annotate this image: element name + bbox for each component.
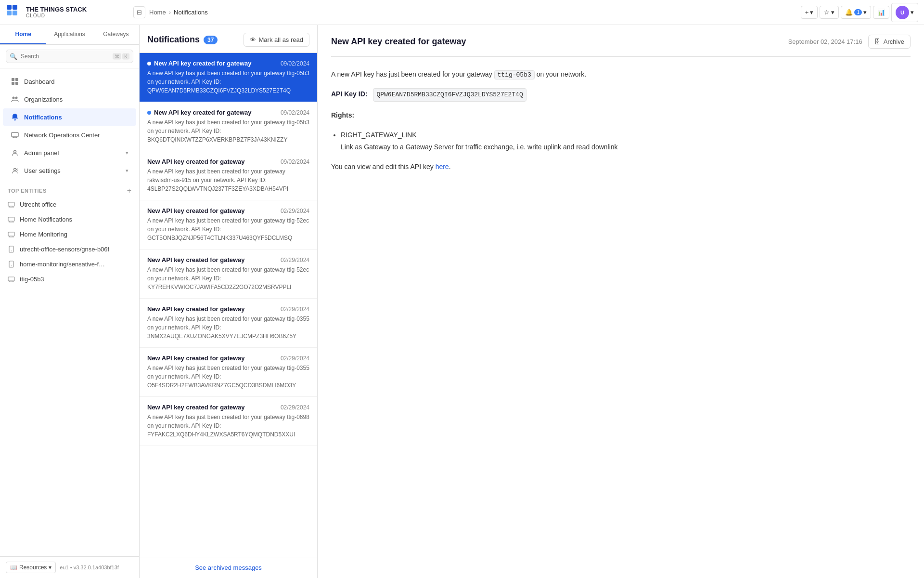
notification-item-7[interactable]: New API key created for gateway 02/29/20… [140,348,317,397]
here-link[interactable]: here [436,163,449,171]
mark-all-read-button[interactable]: 👁 Mark all as read [244,33,309,47]
resources-label: Resources [19,564,47,571]
user-chevron-icon: ▾ [911,9,914,16]
notifications-list: New API key created for gateway 09/02/20… [140,53,317,557]
logo-text: THE THINGS STACK CLOUD [26,6,87,19]
gateway-icon-2 [8,216,15,223]
add-entity-button[interactable]: + [127,186,131,195]
notif-date-8: 02/29/2024 [281,404,309,411]
tab-gateways[interactable]: Gateways [93,25,139,44]
notif-title-2: New API key created for gateway [154,109,252,116]
notification-item-5[interactable]: New API key created for gateway 02/29/20… [140,250,317,299]
notif-title-4: New API key created for gateway [147,207,245,214]
notif-body-2: A new API key has just been created for … [147,118,309,144]
notifications-header: Notifications 37 👁 Mark all as read [140,25,317,53]
notif-title-5: New API key created for gateway [147,256,245,263]
entity-ttig[interactable]: ttig-05b3 [0,272,139,287]
notif-date-6: 02/29/2024 [281,306,309,313]
content-area: Notifications 37 👁 Mark all as read New … [140,25,924,578]
notif-body-7: A new API key has just been created for … [147,364,309,390]
console-button[interactable]: 📊 [873,6,889,19]
dashboard-icon [11,77,19,86]
right-1-desc: Link as Gateway to a Gateway Server for … [341,143,618,151]
view-edit-label: You can view and edit this API key [331,163,434,171]
notifications-nav-icon [11,113,19,121]
entity-utrecht-sensors[interactable]: utrecht-office-sensors/gnse-b06f [0,242,139,257]
archive-button[interactable]: 🗄 Archive [868,35,911,49]
sidebar-item-dashboard[interactable]: Dashboard [3,73,136,90]
notification-item-2[interactable]: New API key created for gateway 09/02/20… [140,102,317,151]
organizations-icon [11,95,19,104]
notification-item-8[interactable]: New API key created for gateway 02/29/20… [140,397,317,446]
notif-body-3: A new API key has just been created for … [147,167,309,193]
notification-item-3[interactable]: New API key created for gateway 09/02/20… [140,151,317,200]
resources-button[interactable]: 📖 Resources ▾ [6,562,56,573]
entity-home-notifications[interactable]: Home Notifications [0,212,139,227]
tab-home[interactable]: Home [0,25,46,44]
star-icon: ☆ [824,9,830,16]
resources-chevron-icon: ▾ [49,564,51,571]
notification-item-4[interactable]: New API key created for gateway 02/29/20… [140,200,317,250]
breadcrumb-current: Notifications [174,9,208,16]
user-settings-icon [11,166,19,175]
entity-utrecht-office[interactable]: Utrecht office [0,197,139,212]
sidebar-item-dashboard-label: Dashboard [24,78,128,85]
notif-date-2: 09/02/2024 [281,109,309,116]
notifications-title: Notifications 37 [147,35,218,45]
breadcrumb-home[interactable]: Home [149,9,166,16]
svg-rect-14 [8,202,14,206]
gateway-icon-1 [8,201,15,208]
bookmarks-chevron-icon: ▾ [831,9,834,16]
sidebar-footer: 📖 Resources ▾ eu1 • v3.32.0.1a403bf13f [0,556,139,578]
noc-icon [11,131,19,139]
notif-body-8: A new API key has just been created for … [147,413,309,439]
sidebar-item-organizations[interactable]: Organizations [3,91,136,108]
sidebar-item-admin[interactable]: Admin panel ▾ [3,144,136,161]
notification-item-6[interactable]: New API key created for gateway 02/29/20… [140,299,317,348]
api-key-row: API Key ID: QPW6EAN7D5RMB33CZQI6FVZJQ32L… [331,88,911,101]
entity-home-monitoring-device[interactable]: home-monitoring/sensative-fridge... [0,257,139,272]
notif-date-7: 02/29/2024 [281,355,309,362]
sidebar-item-user-settings[interactable]: User settings ▾ [3,162,136,179]
notif-title-3: New API key created for gateway [147,158,245,165]
bookmarks-button[interactable]: ☆ ▾ [820,6,839,19]
keyboard-shortcut: ⌘ K [113,53,129,60]
sidebar-item-notifications[interactable]: Notifications [3,108,136,126]
detail-intro-suffix: on your network. [537,70,587,78]
see-archived-button[interactable]: See archived messages [195,564,262,571]
svg-rect-4 [12,78,14,81]
sidebar-collapse-button[interactable]: ⊟ [133,6,145,18]
user-settings-chevron-icon: ▾ [126,168,128,174]
gateway-icon-4 [8,276,15,283]
svg-rect-10 [12,132,18,137]
tab-applications[interactable]: Applications [46,25,92,44]
logo-icon [6,4,23,21]
svg-rect-3 [13,11,17,15]
archive-icon: 🗄 [874,38,881,45]
user-menu-button[interactable]: U ▾ [891,3,918,22]
version-label: eu1 • v3.32.0.1a403bf13f [60,565,119,570]
search-icon: 🔍 [10,53,17,60]
svg-rect-16 [8,232,14,236]
entity-utrecht-sensors-label: utrecht-office-sensors/gnse-b06f [20,246,109,253]
entity-utrecht-office-label: Utrecht office [20,201,56,208]
breadcrumb-sep: › [169,9,171,16]
view-edit-text: You can view and edit this API key here. [331,161,911,173]
add-button[interactable]: + ▾ [801,6,818,19]
sidebar-item-noc[interactable]: Network Operations Center [3,126,136,144]
book-icon: 📖 [10,564,17,571]
sidebar-nav: Dashboard Organizations Notifications Ne… [0,68,139,184]
svg-point-9 [15,97,18,99]
notifications-button[interactable]: 🔔 1 ▾ [841,6,871,19]
svg-point-12 [14,169,16,171]
svg-point-13 [17,169,18,171]
api-key-label: API Key ID: [331,88,367,100]
notif-title-7: New API key created for gateway [147,355,245,362]
add-chevron-icon: ▾ [810,9,813,16]
svg-rect-15 [8,217,14,221]
notifications-panel: Notifications 37 👁 Mark all as read New … [140,25,318,578]
entity-home-monitoring[interactable]: Home Monitoring [0,227,139,242]
svg-rect-1 [13,5,17,10]
breadcrumb: Home › Notifications [149,9,797,16]
notification-item-1[interactable]: New API key created for gateway 09/02/20… [140,53,317,102]
